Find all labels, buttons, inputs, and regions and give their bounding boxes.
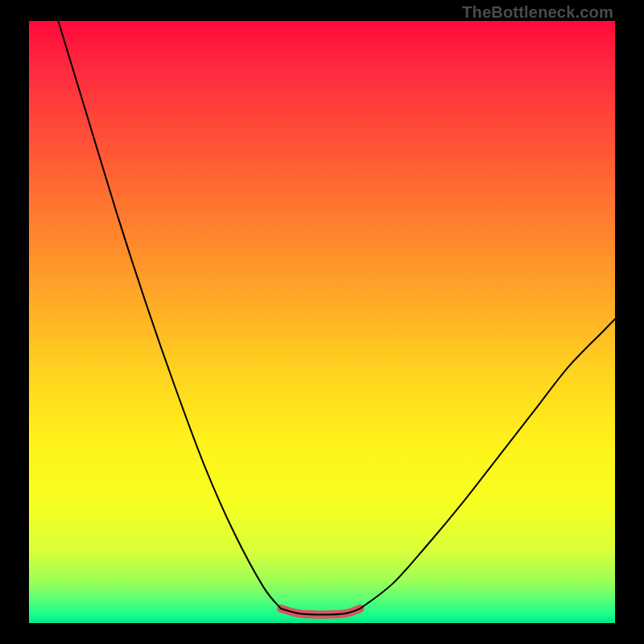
curve-layer xyxy=(29,21,615,623)
chart-frame: TheBottleneck.com xyxy=(0,0,644,644)
left-curve xyxy=(58,21,281,609)
watermark-label: TheBottleneck.com xyxy=(462,3,613,22)
right-curve xyxy=(360,319,615,609)
plot-area xyxy=(29,21,615,623)
